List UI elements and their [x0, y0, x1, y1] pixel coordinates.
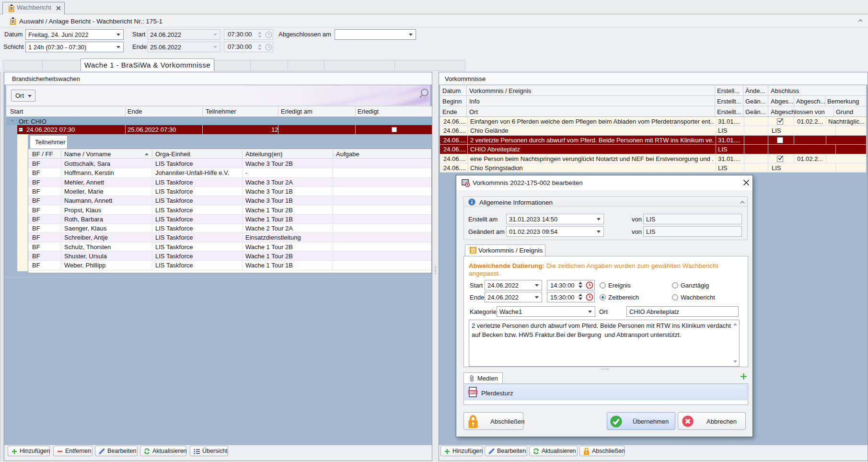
svg-text:IMG: IMG — [470, 391, 476, 394]
